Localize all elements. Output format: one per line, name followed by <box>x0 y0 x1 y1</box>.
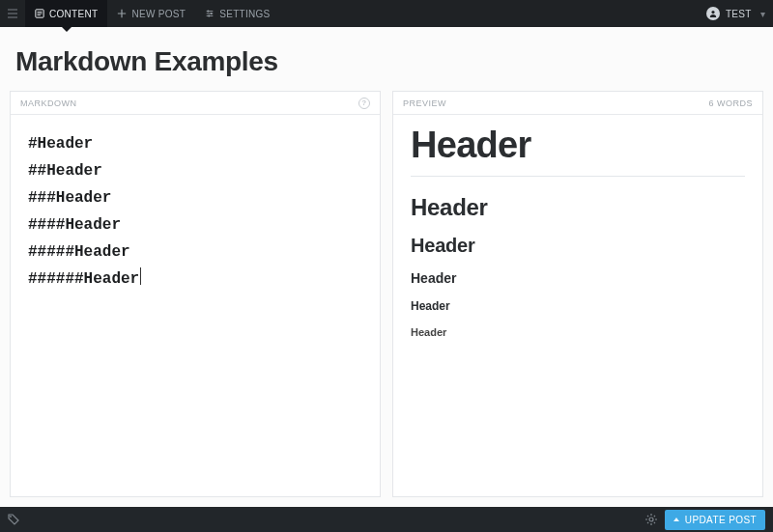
nav-tab-label: NEW POST <box>131 9 186 19</box>
md-line: ######Header <box>28 266 362 293</box>
text-cursor <box>140 267 141 285</box>
markdown-panel-header: MARKDOWN ? <box>11 92 380 115</box>
svg-point-1 <box>208 11 210 13</box>
md-line: #####Header <box>28 238 362 266</box>
nav-tab-new-post[interactable]: NEW POST <box>107 0 195 27</box>
svg-point-3 <box>208 15 210 17</box>
user-name: TEST <box>726 9 752 19</box>
post-title[interactable]: Markdown Examples <box>15 46 758 77</box>
nav-tab-label: CONTENT <box>49 9 98 19</box>
content-icon <box>35 9 44 18</box>
markdown-help-icon[interactable]: ? <box>358 98 370 109</box>
preview-h5: Header <box>411 299 745 313</box>
preview-h6: Header <box>411 326 745 338</box>
preview-h2: Header <box>411 194 745 221</box>
caret-up-icon <box>673 518 679 521</box>
svg-point-4 <box>711 11 714 14</box>
preview-h1: Header <box>411 125 745 166</box>
md-line: ###Header <box>28 184 362 211</box>
md-line: ####Header <box>28 211 362 238</box>
update-post-label: UPDATE POST <box>685 515 757 525</box>
hamburger-icon <box>8 9 17 18</box>
preview-panel: PREVIEW 6 WORDS Header Header Header Hea… <box>392 91 763 497</box>
svg-point-6 <box>649 518 653 521</box>
nav-right: TEST ▾ <box>706 0 773 27</box>
nav-left: CONTENT NEW POST SETTINGS <box>0 0 280 27</box>
avatar-icon <box>706 7 720 20</box>
preview-hr <box>411 176 745 177</box>
markdown-panel: MARKDOWN ? #Header ##Header ###Header ##… <box>10 91 381 497</box>
user-menu[interactable]: TEST ▾ <box>706 7 765 20</box>
plus-icon <box>117 9 127 18</box>
sliders-icon <box>205 9 215 18</box>
word-count: 6 WORDS <box>708 98 753 108</box>
preview-panel-label: PREVIEW <box>403 98 446 108</box>
page: Markdown Examples MARKDOWN ? #Header ##H… <box>0 27 773 507</box>
markdown-editor[interactable]: #Header ##Header ###Header ####Header ##… <box>11 115 380 496</box>
nav-tab-label: SETTINGS <box>219 9 270 19</box>
svg-point-5 <box>10 516 12 518</box>
title-row: Markdown Examples <box>10 37 763 91</box>
editor-wrap: MARKDOWN ? #Header ##Header ###Header ##… <box>10 91 763 497</box>
md-line: ##Header <box>28 157 362 184</box>
nav-tab-settings[interactable]: SETTINGS <box>195 0 279 27</box>
gear-icon[interactable] <box>645 514 657 525</box>
svg-point-2 <box>211 13 213 14</box>
preview-h3: Header <box>411 235 745 257</box>
navbar: CONTENT NEW POST SETTINGS TEST ▾ <box>0 0 773 27</box>
markdown-panel-label: MARKDOWN <box>20 98 77 108</box>
footer-right: UPDATE POST <box>645 510 765 530</box>
menu-button[interactable] <box>0 0 25 27</box>
footer-left <box>8 514 19 525</box>
md-line: #Header <box>28 130 362 157</box>
chevron-down-icon: ▾ <box>760 9 765 19</box>
preview-body: Header Header Header Header Header Heade… <box>393 115 762 496</box>
preview-h4: Header <box>411 270 745 286</box>
tag-icon[interactable] <box>8 514 19 525</box>
preview-panel-header: PREVIEW 6 WORDS <box>393 92 762 115</box>
footer-bar: UPDATE POST <box>0 507 773 532</box>
update-post-button[interactable]: UPDATE POST <box>665 510 765 530</box>
nav-tab-content[interactable]: CONTENT <box>25 0 107 27</box>
